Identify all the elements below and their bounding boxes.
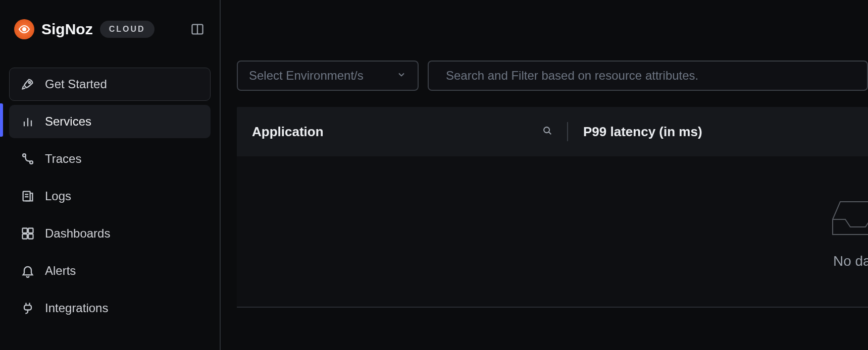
sidebar-item-services[interactable]: Services [9,105,211,138]
dashboards-icon [21,226,35,241]
sidebar-item-label: Logs [45,189,71,203]
sidebar-item-get-started[interactable]: Get Started [9,68,211,101]
table-body-empty: No data [237,156,868,308]
environment-select[interactable]: Select Environment/s [237,61,419,91]
svg-rect-16 [24,305,31,310]
empty-state: No data [828,192,868,269]
column-p99-label: P99 latency (in ms) [583,124,702,140]
cloud-badge: CLOUD [100,21,155,38]
sidebar-item-traces[interactable]: Traces [9,142,211,176]
svg-point-17 [544,127,549,133]
sidebar-item-label: Dashboards [45,226,110,241]
svg-rect-12 [23,228,27,233]
brand-row: SigNoz CLOUD [9,19,211,39]
environment-select-placeholder: Select Environment/s [249,69,364,83]
svg-rect-14 [23,234,27,239]
collapse-sidebar-button[interactable] [187,19,208,39]
column-application[interactable]: Application [237,124,567,140]
sidebar-nav: Get Started Services Traces Logs Dashboa [9,68,211,325]
sidebar-item-alerts[interactable]: Alerts [9,254,211,287]
svg-point-8 [30,161,33,164]
plug-icon [21,301,35,315]
main-content: Select Environment/s Application P99 lat… [221,0,868,350]
filters-row: Select Environment/s [237,61,868,91]
svg-rect-15 [28,234,33,239]
sidebar-item-label: Alerts [45,264,76,278]
svg-point-3 [29,82,31,84]
sidebar-item-label: Services [45,114,91,129]
svg-rect-13 [28,228,33,233]
sidebar-item-label: Integrations [45,301,108,315]
resource-filter-input[interactable] [446,69,850,83]
sidebar: SigNoz CLOUD Get Started Services [0,0,221,350]
bell-icon [21,264,35,278]
services-table: Application P99 latency (in ms) No data [237,107,868,308]
svg-point-0 [22,27,26,31]
logs-icon [21,189,35,203]
column-p99-latency[interactable]: P99 latency (in ms) [568,124,868,140]
sidebar-item-integrations[interactable]: Integrations [9,291,211,325]
table-header: Application P99 latency (in ms) [237,107,868,156]
active-indicator [0,103,3,137]
svg-line-18 [549,132,551,134]
chevron-down-icon [396,69,406,83]
traces-icon [21,152,35,166]
search-icon[interactable] [542,124,553,140]
resource-filter-search[interactable] [428,61,868,91]
sidebar-item-dashboards[interactable]: Dashboards [9,217,211,250]
column-application-label: Application [252,124,324,140]
bar-chart-icon [21,114,35,129]
rocket-icon [21,77,35,91]
svg-point-7 [23,154,26,157]
sidebar-item-logs[interactable]: Logs [9,180,211,213]
sidebar-item-label: Get Started [45,77,107,91]
logo-icon [14,19,34,39]
sidebar-item-label: Traces [45,152,81,166]
inbox-icon [828,192,868,239]
brand-name: SigNoz [41,21,93,38]
empty-state-text: No data [833,253,868,269]
